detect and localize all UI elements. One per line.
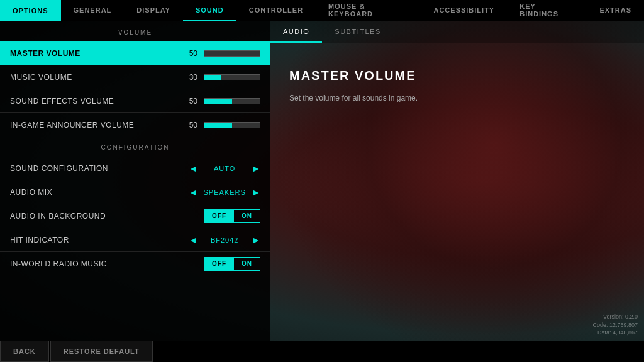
- hit-indicator-row[interactable]: Hit Indicator ◄ BF2042 ►: [0, 228, 270, 251]
- tab-bar: AUDIO SUBTITLES: [270, 21, 644, 43]
- nav-mouse-keyboard-label: MOUSE & KEYBOARD: [328, 3, 408, 18]
- nav-controller[interactable]: CONTROLLER: [236, 0, 316, 21]
- announcer-volume-slider[interactable]: [204, 122, 260, 128]
- info-panel: MASTER VOLUME Set the volume for all sou…: [270, 43, 644, 129]
- version-info: Version: 0.2.0 Code: 12,759,807 Data: 4,…: [592, 313, 638, 337]
- nav-controller-label: CONTROLLER: [249, 6, 303, 14]
- radio-music-off-btn[interactable]: OFF: [204, 258, 234, 270]
- volume-section-header: VOLUME: [0, 21, 270, 41]
- music-volume-label: Music Volume: [10, 73, 182, 82]
- info-desc: Set the volume for all sounds in game.: [289, 92, 625, 104]
- hit-indicator-left-arrow[interactable]: ◄: [189, 235, 197, 245]
- audio-mix-value: SPEAKERS: [203, 189, 247, 196]
- nav-accessibility[interactable]: ACCESSIBILITY: [421, 0, 507, 21]
- version-line2: Code: 12,759,807: [592, 321, 638, 329]
- tab-subtitles[interactable]: SUBTITLES: [322, 21, 393, 43]
- left-panel: VOLUME Master Volume 50 Music Volume 30 …: [0, 21, 270, 341]
- nav-display-label: DISPLAY: [136, 6, 170, 14]
- config-section-header: CONFIGURATION: [0, 136, 270, 156]
- announcer-volume-label: In-Game Announcer Volume: [10, 121, 182, 129]
- nav-mouse-keyboard[interactable]: MOUSE & KEYBOARD: [316, 0, 421, 21]
- master-volume-value: 50: [182, 49, 197, 58]
- music-volume-fill: [204, 75, 221, 80]
- nav-sound-label: SOUND: [196, 6, 224, 14]
- nav-general-label: GENERAL: [74, 6, 112, 14]
- tab-audio[interactable]: AUDIO: [270, 21, 322, 43]
- sound-config-label: Sound Configuration: [10, 164, 189, 173]
- nav-options[interactable]: OPTIONS: [0, 0, 61, 21]
- sfx-volume-label: Sound Effects Volume: [10, 97, 182, 106]
- top-nav: OPTIONS GENERAL DISPLAY SOUND CONTROLLER…: [0, 0, 644, 21]
- tab-audio-label: AUDIO: [283, 28, 309, 35]
- master-volume-slider[interactable]: [204, 50, 260, 57]
- sound-config-selector: ◄ AUTO ►: [189, 163, 260, 173]
- hit-indicator-selector: ◄ BF2042 ►: [189, 235, 260, 245]
- audio-bg-on-btn[interactable]: ON: [234, 210, 260, 222]
- audio-mix-selector: ◄ SPEAKERS ►: [189, 187, 260, 197]
- version-line3: Data: 4,848,867: [592, 329, 638, 337]
- nav-accessibility-label: ACCESSIBILITY: [433, 6, 494, 14]
- nav-key-bindings-label: KEY BINDINGS: [519, 3, 574, 18]
- master-volume-label: Master Volume: [10, 49, 182, 58]
- hit-indicator-right-arrow[interactable]: ►: [252, 235, 260, 245]
- music-volume-value: 30: [182, 73, 197, 82]
- nav-extras-label: EXTRAS: [599, 6, 631, 14]
- announcer-volume-fill: [204, 123, 232, 128]
- back-label: BACK: [13, 348, 36, 355]
- config-header-text: CONFIGURATION: [101, 144, 169, 151]
- hit-indicator-label: Hit Indicator: [10, 236, 189, 244]
- sound-config-left-arrow[interactable]: ◄: [189, 163, 197, 173]
- nav-options-label: OPTIONS: [13, 7, 48, 14]
- info-title: MASTER VOLUME: [289, 69, 625, 83]
- sfx-volume-value: 50: [182, 97, 197, 106]
- nav-display[interactable]: DISPLAY: [124, 0, 183, 21]
- volume-header-text: VOLUME: [118, 29, 152, 36]
- nav-sound[interactable]: SOUND: [183, 0, 236, 21]
- radio-music-label: In-World Radio Music: [10, 260, 204, 268]
- nav-extras[interactable]: EXTRAS: [587, 0, 644, 21]
- audio-bg-off-btn[interactable]: OFF: [204, 210, 234, 222]
- radio-music-toggle[interactable]: OFF ON: [204, 257, 260, 271]
- sfx-volume-row[interactable]: Sound Effects Volume 50: [0, 89, 270, 112]
- right-panel: AUDIO SUBTITLES MASTER VOLUME Set the vo…: [270, 21, 644, 341]
- master-volume-fill: [204, 51, 232, 56]
- music-volume-row[interactable]: Music Volume 30: [0, 65, 270, 89]
- audio-bg-toggle[interactable]: OFF ON: [204, 209, 260, 223]
- radio-music-on-btn[interactable]: ON: [234, 258, 260, 270]
- master-volume-row[interactable]: Master Volume 50: [0, 41, 270, 65]
- announcer-volume-value: 50: [182, 121, 197, 129]
- sound-config-right-arrow[interactable]: ►: [252, 163, 260, 173]
- announcer-volume-row[interactable]: In-Game Announcer Volume 50: [0, 112, 270, 136]
- hit-indicator-value: BF2042: [203, 236, 247, 244]
- sfx-volume-slider[interactable]: [204, 98, 260, 104]
- nav-key-bindings[interactable]: KEY BINDINGS: [507, 0, 587, 21]
- sound-config-row[interactable]: Sound Configuration ◄ AUTO ►: [0, 156, 270, 180]
- restore-default-button[interactable]: RESTORE DEFAULT: [50, 341, 153, 362]
- audio-mix-row[interactable]: Audio Mix ◄ SPEAKERS ►: [0, 180, 270, 204]
- radio-music-row[interactable]: In-World Radio Music OFF ON: [0, 251, 270, 275]
- audio-bg-row[interactable]: Audio In Background OFF ON: [0, 204, 270, 228]
- audio-bg-label: Audio In Background: [10, 212, 204, 221]
- audio-mix-left-arrow[interactable]: ◄: [189, 187, 197, 197]
- audio-mix-right-arrow[interactable]: ►: [252, 187, 260, 197]
- version-line1: Version: 0.2.0: [592, 313, 638, 321]
- sound-config-value: AUTO: [203, 165, 247, 172]
- tab-subtitles-label: SUBTITLES: [335, 28, 380, 35]
- music-volume-slider[interactable]: [204, 74, 260, 80]
- audio-mix-label: Audio Mix: [10, 188, 189, 197]
- restore-default-label: RESTORE DEFAULT: [64, 348, 140, 355]
- nav-general[interactable]: GENERAL: [61, 0, 125, 21]
- sfx-volume-fill: [204, 99, 232, 104]
- back-button[interactable]: BACK: [0, 341, 49, 362]
- bottom-bar: BACK RESTORE DEFAULT: [0, 341, 644, 362]
